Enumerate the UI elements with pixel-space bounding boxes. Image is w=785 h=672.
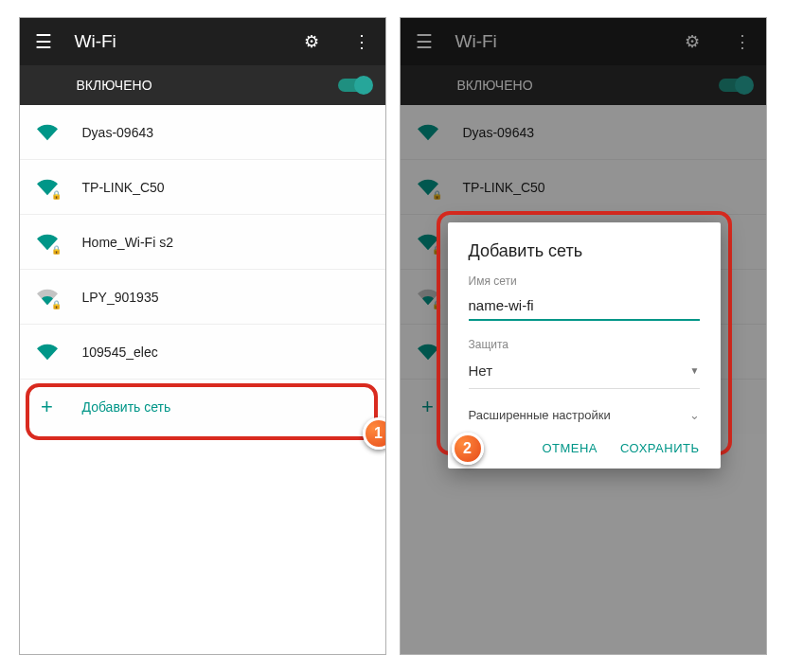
dropdown-icon: ▼ <box>690 365 700 376</box>
screen-wifi-list: ☰ Wi-Fi ⚙ ⋮ ВКЛЮЧЕНО Dyas-09643 🔒 TP-LIN… <box>19 17 386 655</box>
add-network-dialog: Добавить сеть Имя сети Защита Нет ▼ Расш… <box>448 222 721 469</box>
lock-icon: 🔒 <box>51 300 62 309</box>
chevron-down-icon: ⌄ <box>689 408 700 422</box>
cancel-button[interactable]: ОТМЕНА <box>542 441 598 455</box>
wifi-icon: 🔒 <box>37 287 58 308</box>
wifi-icon <box>37 342 58 363</box>
appbar: ☰ Wi-Fi ⚙ ⋮ <box>20 18 385 65</box>
settings-icon[interactable]: ⚙ <box>304 31 319 52</box>
screen-add-network-dialog: ☰ Wi-Fi ⚙ ⋮ ВКЛЮЧЕНО Dyas-09643 🔒 TP-LIN… <box>400 17 767 655</box>
network-name-label: Имя сети <box>469 274 700 288</box>
wifi-icon <box>37 122 58 143</box>
add-network-row[interactable]: + Добавить сеть <box>20 380 385 434</box>
plus-icon: + <box>37 395 58 419</box>
network-list: Dyas-09643 🔒 TP-LINK_C50 🔒 Home_Wi-Fi s2 <box>20 105 385 434</box>
network-item[interactable]: 🔒 TP-LINK_C50 <box>20 160 385 215</box>
advanced-label: Расширенные настройки <box>469 408 611 422</box>
more-icon[interactable]: ⋮ <box>353 31 370 52</box>
advanced-settings-toggle[interactable]: Расширенные настройки ⌄ <box>469 402 700 435</box>
menu-icon[interactable]: ☰ <box>35 30 54 53</box>
network-ssid: 109545_elec <box>82 345 158 360</box>
network-item[interactable]: 🔒 LPY_901935 <box>20 270 385 325</box>
network-ssid: Home_Wi-Fi s2 <box>82 235 173 250</box>
step-badge: 1 <box>363 417 386 450</box>
wifi-toggle-label: ВКЛЮЧЕНО <box>77 78 152 93</box>
page-title: Wi-Fi <box>75 31 283 52</box>
security-value: Нет <box>469 363 493 379</box>
wifi-icon: 🔒 <box>37 177 58 198</box>
network-item[interactable]: Dyas-09643 <box>20 105 385 160</box>
network-ssid: TP-LINK_C50 <box>82 180 165 195</box>
network-item[interactable]: 🔒 Home_Wi-Fi s2 <box>20 215 385 270</box>
lock-icon: 🔒 <box>51 245 62 255</box>
add-network-label: Добавить сеть <box>82 399 171 415</box>
security-label: Защита <box>469 338 700 351</box>
save-button[interactable]: СОХРАНИТЬ <box>620 441 699 455</box>
network-name-input[interactable] <box>469 293 700 321</box>
network-item[interactable]: 109545_elec <box>20 325 385 380</box>
dialog-title: Добавить сеть <box>469 241 700 261</box>
security-dropdown[interactable]: Нет ▼ <box>469 357 700 389</box>
wifi-icon: 🔒 <box>37 232 58 253</box>
network-ssid: Dyas-09643 <box>82 125 154 140</box>
wifi-switch[interactable] <box>338 79 370 92</box>
step-badge: 2 <box>452 433 484 465</box>
network-ssid: LPY_901935 <box>82 290 159 305</box>
lock-icon: 🔒 <box>51 190 62 200</box>
wifi-toggle-row: ВКЛЮЧЕНО <box>20 65 385 105</box>
dialog-actions: ОТМЕНА СОХРАНИТЬ <box>469 435 700 459</box>
